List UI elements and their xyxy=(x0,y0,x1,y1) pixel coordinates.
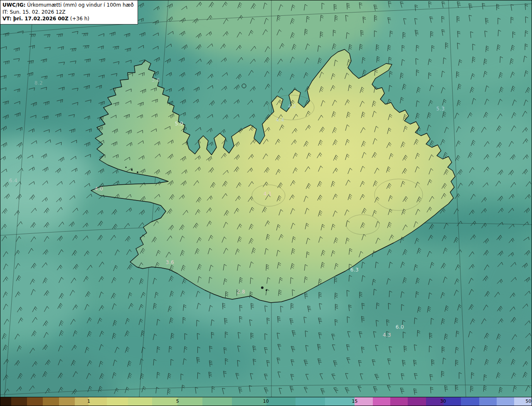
init-time-line: IT: Sun. 15. 02. 2026 12Z xyxy=(2,9,134,16)
map-title-box: UWC/IG: Úrkomumætti (mm) og vindur í 100… xyxy=(0,0,138,24)
map-value-label: 6.0 xyxy=(396,324,404,330)
title-line: UWC/IG: Úrkomumætti (mm) og vindur í 100… xyxy=(2,2,134,9)
weather-map: 8.23.65.94.24.45.36.44.04.13.62.86.36.04… xyxy=(0,0,532,406)
map-value-label: 4.3 xyxy=(383,332,391,338)
colorbar-tick-label: 1 xyxy=(87,399,90,404)
colorbar-tick-label: 5 xyxy=(176,399,179,404)
colorbar-tick-label: 30 xyxy=(440,399,446,404)
colorbar-tick-label: 50 xyxy=(525,399,531,404)
map-value-label: 6.4 xyxy=(9,178,17,183)
model-label: UWC/IG: xyxy=(2,2,25,8)
valid-suffix: (+36 h) xyxy=(70,16,89,22)
map-value-label: 8.2 xyxy=(34,80,43,86)
map-value-label: 4.1 xyxy=(264,191,272,197)
valid-label: VT: xyxy=(2,16,12,22)
init-value: Sun. 15. 02. 2026 12Z xyxy=(10,9,65,15)
colorbar-tick-label: 10 xyxy=(263,399,269,404)
value-labels-layer: 8.23.65.94.24.45.36.44.04.13.62.86.36.04… xyxy=(0,0,532,398)
init-label: IT: xyxy=(2,9,8,15)
map-value-label: 5.3 xyxy=(436,106,445,112)
map-value-label: 6.3 xyxy=(350,267,359,273)
valid-value: þri. 17.02.2026 00Z xyxy=(13,16,69,22)
map-value-label: 5.9 xyxy=(175,121,183,127)
map-value-label: 2.8 xyxy=(237,289,245,295)
valid-time-line: VT: þri. 17.02.2026 00Z (+36 h) xyxy=(2,15,134,22)
map-value-label: 4.4 xyxy=(276,117,284,123)
map-value-label: 4.0 xyxy=(95,186,103,192)
colorbar-tick-label: 15 xyxy=(352,399,357,404)
map-value-label: 4.2 xyxy=(288,103,296,109)
colorbar: 1510153050 xyxy=(0,397,532,406)
map-title: Úrkomumætti (mm) og vindur í 100m hæð xyxy=(27,2,134,8)
map-value-label: 3.6 xyxy=(166,259,174,265)
map-value-label: 3.6 xyxy=(152,77,160,83)
